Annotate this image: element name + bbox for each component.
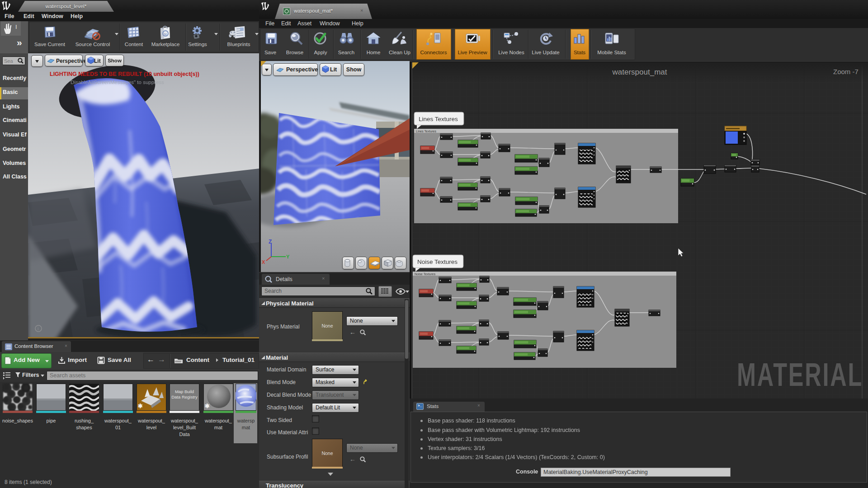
svg-text:Lines Textures: Lines Textures (419, 116, 458, 122)
svg-text:Noise Textures: Noise Textures (417, 258, 458, 265)
svg-text:Lines Textures: Lines Textures (416, 130, 437, 133)
svg-text:Noise Textures: Noise Textures (415, 272, 436, 276)
